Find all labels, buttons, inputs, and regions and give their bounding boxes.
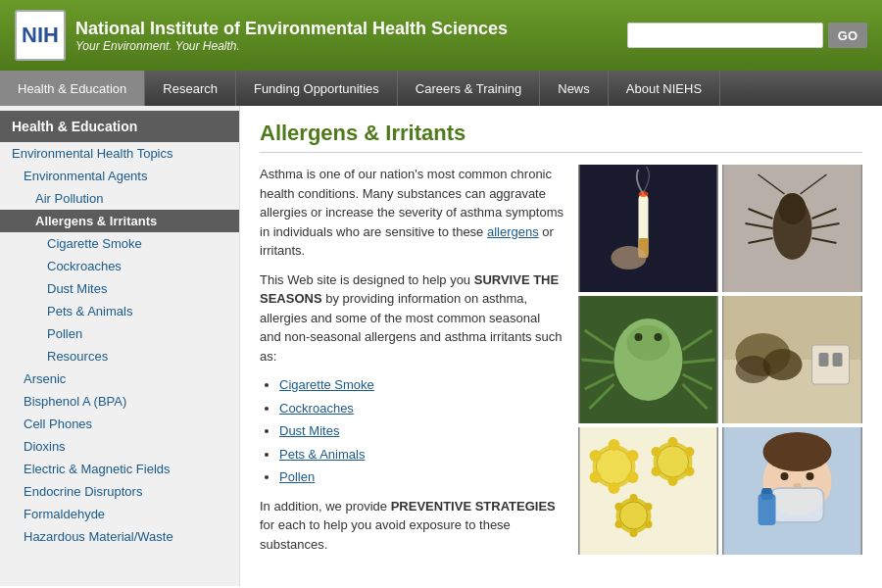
svg-point-47	[590, 450, 602, 462]
image-mold	[722, 296, 862, 423]
link-cockroaches[interactable]: Cockroaches	[279, 401, 354, 416]
sidebar-item-allergens[interactable]: Allergens & Irritants	[0, 210, 239, 232]
svg-point-67	[781, 472, 789, 480]
nav-item-news[interactable]: News	[540, 71, 609, 106]
sidebar-item-resources[interactable]: Resources	[0, 345, 239, 368]
header: NIH National Institute of Environmental …	[0, 0, 882, 71]
svg-point-4	[612, 246, 647, 270]
nav-item-careers[interactable]: Careers & Training	[398, 71, 540, 106]
svg-point-49	[658, 446, 689, 477]
sidebar-header: Health & Education	[0, 111, 239, 142]
svg-point-19	[627, 325, 670, 361]
list-item-pollen: Pollen	[279, 467, 564, 487]
svg-rect-38	[833, 353, 843, 367]
survive-bold: SURVIVE THE SEASONS	[260, 272, 559, 307]
svg-rect-37	[819, 353, 829, 367]
svg-rect-73	[762, 488, 772, 494]
sidebar-item-env-health-topics[interactable]: Environmental Health Topics	[0, 142, 239, 165]
sidebar-item-formaldehyde[interactable]: Formaldehyde	[0, 503, 239, 525]
page-title: Allergens & Irritants	[260, 121, 862, 153]
sidebar: Health & Education Environmental Health …	[0, 106, 240, 586]
search-input[interactable]	[627, 23, 823, 48]
sidebar-item-air-pollution[interactable]: Air Pollution	[0, 187, 239, 210]
svg-point-29	[655, 333, 662, 341]
images-grid	[578, 165, 862, 564]
survive-paragraph: This Web site is designed to help you SU…	[260, 270, 564, 367]
svg-point-58	[630, 494, 638, 502]
svg-point-62	[615, 520, 623, 528]
svg-point-50	[668, 437, 678, 447]
svg-point-52	[685, 466, 695, 476]
sidebar-item-endocrine[interactable]: Endocrine Disruptors	[0, 480, 239, 503]
list-item-dust-mites: Dust Mites	[279, 421, 564, 441]
svg-point-45	[609, 482, 620, 494]
header-subtitle: Your Environment. Your Health.	[75, 39, 508, 53]
sidebar-item-arsenic[interactable]: Arsenic	[0, 368, 239, 390]
svg-rect-36	[812, 345, 850, 384]
content-body: Asthma is one of our nation's most commo…	[260, 165, 862, 564]
main-nav: Health & Education Research Funding Oppo…	[0, 71, 882, 106]
sidebar-item-pets-animals[interactable]: Pets & Animals	[0, 300, 239, 322]
link-pollen[interactable]: Pollen	[279, 469, 315, 484]
header-text: National Institute of Environmental Heal…	[75, 19, 508, 53]
content-area: Allergens & Irritants Asthma is one of o…	[240, 106, 882, 586]
svg-point-61	[630, 529, 638, 537]
svg-point-55	[652, 447, 662, 457]
content-text: Asthma is one of our nation's most commo…	[260, 165, 564, 564]
svg-point-28	[635, 333, 643, 341]
list-item-pets: Pets & Animals	[279, 445, 564, 465]
sidebar-item-cigarette-smoke[interactable]: Cigarette Smoke	[0, 232, 239, 255]
image-pollen	[578, 427, 718, 555]
svg-point-59	[645, 503, 653, 511]
nav-item-health-education[interactable]: Health & Education	[0, 71, 145, 106]
outro-paragraph: In addition, we provide PREVENTIVE STRAT…	[260, 497, 564, 555]
allergens-link[interactable]: allergens	[487, 224, 539, 239]
image-cigarette	[578, 165, 718, 292]
svg-point-63	[615, 503, 623, 511]
list-item-cockroaches: Cockroaches	[279, 399, 564, 418]
sidebar-item-hazardous[interactable]: Hazardous Material/Waste	[0, 525, 239, 548]
svg-point-46	[590, 471, 602, 483]
svg-point-60	[645, 520, 653, 528]
link-cigarette-smoke[interactable]: Cigarette Smoke	[279, 377, 374, 392]
sidebar-item-dioxins[interactable]: Dioxins	[0, 435, 239, 458]
header-left: NIH National Institute of Environmental …	[15, 10, 508, 61]
nih-logo: NIH	[15, 10, 66, 61]
search-area: GO	[627, 23, 867, 48]
sidebar-item-cockroaches[interactable]: Cockroaches	[0, 255, 239, 277]
nav-item-about[interactable]: About NIEHS	[609, 71, 720, 106]
sidebar-item-cell-phones[interactable]: Cell Phones	[0, 413, 239, 435]
svg-point-42	[609, 439, 620, 451]
svg-rect-39	[580, 427, 717, 555]
svg-point-44	[627, 471, 639, 483]
svg-rect-70	[771, 488, 824, 522]
sidebar-item-bpa[interactable]: Bisphenol A (BPA)	[0, 390, 239, 413]
list-item-cigarette: Cigarette Smoke	[279, 375, 564, 395]
image-child-inhaler	[722, 427, 862, 555]
allergen-list: Cigarette Smoke Cockroaches Dust Mites P…	[279, 375, 564, 487]
header-title: National Institute of Environmental Heal…	[75, 19, 508, 39]
link-pets-animals[interactable]: Pets & Animals	[279, 447, 365, 462]
svg-point-53	[668, 476, 678, 486]
svg-point-41	[597, 449, 632, 484]
svg-point-54	[652, 466, 662, 476]
nav-item-research[interactable]: Research	[145, 71, 236, 106]
svg-point-66	[763, 432, 832, 471]
image-cockroach	[722, 165, 862, 292]
go-button[interactable]: GO	[828, 23, 867, 48]
svg-point-51	[685, 447, 695, 457]
svg-point-43	[627, 450, 639, 462]
svg-point-57	[620, 502, 648, 529]
preventive-bold: PREVENTIVE STRATEGIES	[391, 499, 556, 514]
nav-item-funding[interactable]: Funding Opportunities	[236, 71, 398, 106]
svg-point-35	[736, 356, 771, 383]
link-dust-mites[interactable]: Dust Mites	[279, 423, 339, 438]
sidebar-item-dust-mites[interactable]: Dust Mites	[0, 277, 239, 300]
svg-point-8	[779, 193, 807, 224]
sidebar-item-env-agents[interactable]: Environmental Agents	[0, 165, 239, 187]
intro-paragraph: Asthma is one of our nation's most commo…	[260, 165, 564, 261]
svg-point-68	[807, 472, 814, 480]
sidebar-item-emf[interactable]: Electric & Magnetic Fields	[0, 458, 239, 480]
sidebar-item-pollen[interactable]: Pollen	[0, 322, 239, 345]
main-layout: Health & Education Environmental Health …	[0, 106, 882, 586]
